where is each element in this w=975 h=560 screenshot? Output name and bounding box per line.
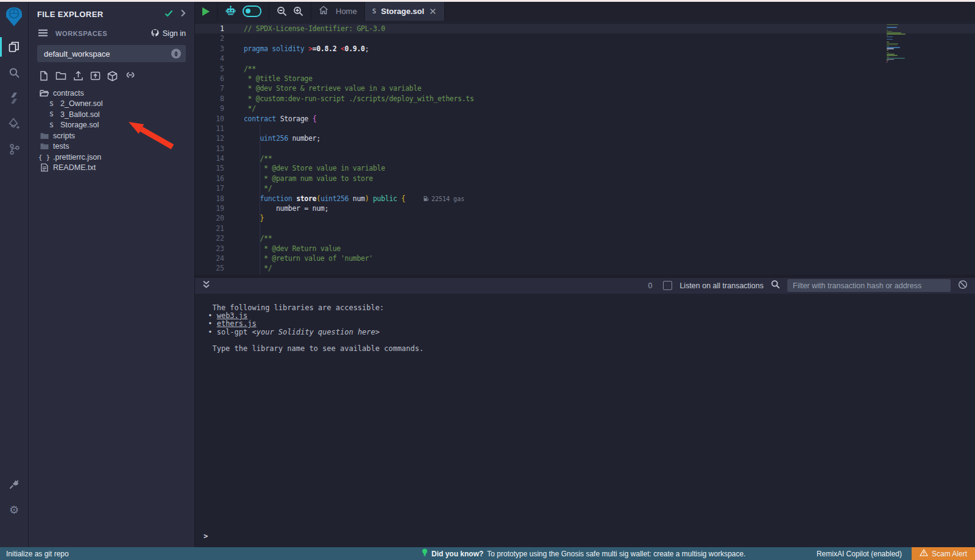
- terminal-prompt[interactable]: >: [204, 532, 208, 541]
- ipfs-cube-icon[interactable]: [107, 71, 118, 82]
- tree-item-storage-sol[interactable]: SStorage.sol: [29, 120, 194, 131]
- code-line[interactable]: // SPDX-License-Identifier: GPL-3.0: [232, 24, 975, 34]
- minimap-line: [887, 54, 895, 54]
- code-line[interactable]: function store(uint256 num) public {2251…: [232, 194, 975, 204]
- code-line[interactable]: * @dev Store value in variable: [232, 163, 975, 173]
- code-line[interactable]: function retrieve() public view returns …: [232, 274, 975, 275]
- git-icon[interactable]: [0, 136, 28, 162]
- code-line[interactable]: */: [232, 263, 975, 273]
- warning-triangle-icon: [920, 549, 928, 558]
- new-folder-icon[interactable]: [55, 71, 66, 82]
- tree-item--prettierrc-json[interactable]: { }.prettierrc.json: [29, 152, 194, 163]
- run-script-play-button[interactable]: [202, 7, 210, 16]
- zoom-in-icon[interactable]: [293, 6, 303, 16]
- terminal-collapse-icon[interactable]: [202, 280, 210, 291]
- tree-item-contracts[interactable]: contracts: [29, 88, 194, 99]
- code-line[interactable]: [232, 224, 975, 233]
- search-icon[interactable]: [0, 60, 28, 85]
- code-line[interactable]: * @custom:dev-run-script ./scripts/deplo…: [232, 94, 975, 104]
- file-explorer-icon[interactable]: [0, 34, 28, 60]
- line-number: 24: [195, 253, 228, 263]
- settings-gear-icon[interactable]: ⚙: [0, 497, 28, 523]
- terminal-line: • sol-gpt <your Solidity question here>: [204, 328, 975, 336]
- code-line[interactable]: [232, 34, 975, 43]
- status-bar: Initialize as git repo Did you know? To …: [0, 547, 975, 560]
- tree-item-3-ballot-sol[interactable]: S3_Ballot.sol: [29, 109, 194, 120]
- code-line[interactable]: */: [232, 104, 975, 113]
- tree-item-scripts[interactable]: scripts: [29, 130, 194, 141]
- code-line[interactable]: * @title Storage: [232, 74, 975, 83]
- code-line[interactable]: [232, 54, 975, 63]
- line-number: 13: [195, 144, 228, 154]
- code-line[interactable]: * @dev Return value: [232, 244, 975, 253]
- tree-item-tests[interactable]: tests: [29, 141, 194, 152]
- code-line[interactable]: pragma solidity >=0.8.2 <0.9.0;: [232, 44, 975, 54]
- line-number: 1: [195, 24, 228, 34]
- solidity-compiler-icon[interactable]: [0, 85, 28, 111]
- git-init-button[interactable]: Initialize as git repo: [0, 550, 69, 558]
- listen-all-checkbox[interactable]: [663, 281, 672, 290]
- new-file-icon[interactable]: [39, 71, 49, 82]
- copilot-toggle[interactable]: [243, 5, 261, 17]
- file-icon: [40, 163, 49, 172]
- file-explorer-panel: FILE EXPLORER WORKSPACES Sign in default…: [29, 2, 195, 547]
- terminal-toolbar: 0 Listen on all transactions: [195, 278, 975, 294]
- tree-item-label: 2_Owner.sol: [60, 99, 102, 108]
- upload-file-icon[interactable]: [73, 71, 83, 82]
- sign-in-button[interactable]: Sign in: [151, 29, 186, 39]
- activity-bar-bottom: ⚙: [0, 472, 28, 523]
- deploy-run-icon[interactable]: [0, 111, 28, 136]
- code-line[interactable]: * @return value of 'number': [232, 253, 975, 263]
- line-number: 22: [195, 233, 228, 243]
- tree-item-2-owner-sol[interactable]: S2_Owner.sol: [29, 99, 194, 110]
- tree-item-label: Storage.sol: [60, 121, 99, 129]
- minimap[interactable]: [887, 24, 941, 63]
- terminal-line: [204, 336, 975, 344]
- remix-logo-icon[interactable]: [0, 5, 28, 29]
- code-line[interactable]: * @param num value to store: [232, 174, 975, 183]
- gas-estimate: 22514 gas: [424, 196, 464, 202]
- code-line[interactable]: [232, 144, 975, 154]
- code-line[interactable]: /**: [232, 233, 975, 243]
- code-line[interactable]: */: [232, 183, 975, 193]
- ai-copilot-robot-icon[interactable]: [225, 5, 236, 17]
- code-line[interactable]: [232, 124, 975, 133]
- terminal-link[interactable]: web3.js: [217, 311, 248, 320]
- scam-alert-button[interactable]: Scam Alert: [912, 547, 975, 560]
- code-editor[interactable]: 1234567891011121314151617181920212223242…: [195, 21, 975, 275]
- code-line[interactable]: /**: [232, 64, 975, 74]
- code-line[interactable]: number = num;: [232, 204, 975, 213]
- upload-folder-icon[interactable]: [90, 71, 101, 82]
- tab-close-icon[interactable]: ✕: [429, 7, 437, 16]
- minimap-line: [887, 41, 889, 42]
- minimap-line: [887, 34, 906, 34]
- ai-segment: [218, 2, 269, 21]
- code-line[interactable]: * @dev Store & retrieve value in a varia…: [232, 83, 975, 93]
- home-tab[interactable]: Home: [311, 2, 365, 21]
- copilot-status[interactable]: RemixAI Copilot (enabled): [817, 550, 902, 558]
- zoom-out-icon[interactable]: [277, 6, 287, 16]
- tree-item-label: contracts: [53, 89, 84, 97]
- code-line[interactable]: uint256 number;: [232, 133, 975, 143]
- terminal-search-icon[interactable]: [771, 280, 780, 291]
- file-actions-toolbar: [29, 62, 194, 84]
- line-number: 23: [195, 244, 228, 253]
- workspace-select[interactable]: default_workspace: [37, 45, 186, 62]
- plugin-manager-icon[interactable]: [0, 472, 28, 497]
- terminal-link[interactable]: ethers.js: [217, 319, 257, 328]
- tab-storage-sol[interactable]: S Storage.sol ✕: [365, 2, 445, 21]
- code-line[interactable]: contract Storage {: [232, 114, 975, 124]
- clear-console-icon[interactable]: [958, 280, 968, 292]
- hamburger-menu-icon[interactable]: [38, 28, 48, 39]
- link-icon[interactable]: [124, 71, 136, 82]
- line-number: 15: [195, 163, 228, 173]
- terminal[interactable]: The following libraries are accessible: …: [195, 294, 975, 548]
- panel-collapse-chevron-icon[interactable]: [180, 9, 186, 19]
- tree-item-readme-txt[interactable]: README.txt: [29, 163, 194, 174]
- code-line[interactable]: /**: [232, 154, 975, 163]
- run-segment: [195, 2, 218, 21]
- listen-all-label: Listen on all transactions: [679, 282, 764, 290]
- code-line[interactable]: }: [232, 213, 975, 223]
- transaction-filter-input[interactable]: [787, 279, 951, 292]
- minimap-line: [887, 52, 889, 53]
